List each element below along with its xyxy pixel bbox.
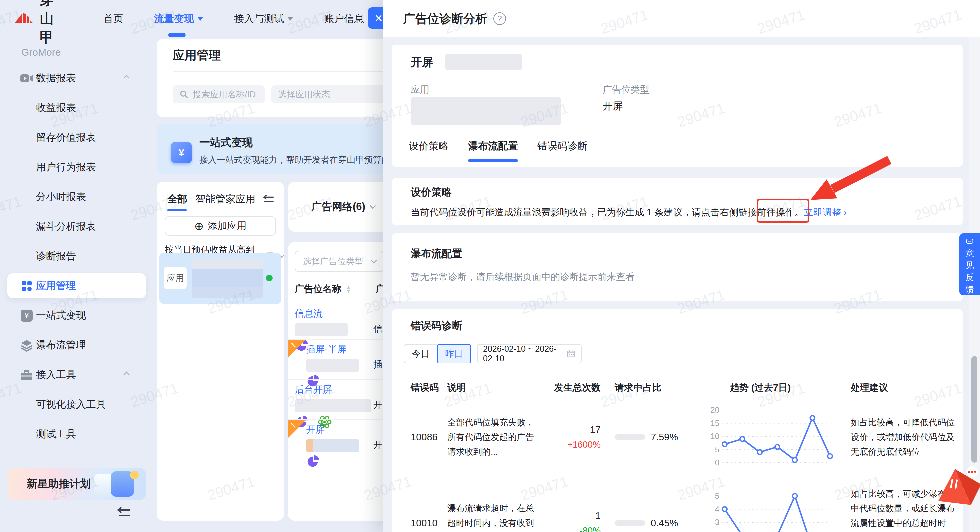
- video-icon: [19, 71, 34, 86]
- yuan-icon: ¥: [19, 308, 34, 323]
- chevron-down-icon: [370, 203, 375, 209]
- tab-all-apps[interactable]: 全部: [167, 192, 187, 206]
- drawer-body: 开屏 应用 广告位类型 开屏 设价策略 瀑布流配置 错误码诊断 设价策略 当前代…: [383, 37, 980, 532]
- sidebar-item-retention-value-report[interactable]: 留存价值报表: [0, 123, 153, 152]
- app-list-panel: 全部 智能管家应用 ⊕ 添加应用 按当日预估收益从高到低 应用: [157, 182, 284, 521]
- sidebar-item-one-stop-monetization[interactable]: ¥ 一站式变现: [0, 301, 153, 330]
- redacted-placement-id: [445, 54, 522, 70]
- scrollbar-thumb[interactable]: [971, 356, 977, 463]
- toolbox-icon: [19, 368, 34, 382]
- svg-text:4: 4: [715, 505, 719, 514]
- plus-circle-icon: ⊕: [194, 220, 204, 232]
- sidebar-item-test-tool[interactable]: 测试工具: [0, 419, 153, 449]
- sidebar-item-data-reports[interactable]: 数据报表: [0, 63, 153, 93]
- app-status-select[interactable]: 选择应用状态: [271, 85, 400, 104]
- page-title: 应用管理: [173, 47, 221, 64]
- tab-active-underline: [167, 209, 187, 211]
- adjust-now-link[interactable]: 立即调整 ›: [803, 207, 847, 217]
- chevron-up-icon[interactable]: [123, 371, 129, 377]
- promo-banner-newstar[interactable]: 新星助推计划: [8, 468, 146, 500]
- app-badge: 应用: [164, 267, 187, 289]
- feedback-button[interactable]: 意见反馈: [959, 233, 980, 295]
- sidebar-group-label: GroMore: [0, 37, 153, 63]
- sidebar-item-visual-integration-tool[interactable]: 可视化接入工具: [0, 390, 153, 419]
- diagnosis-drawer: × 广告位诊断分析 ? 开屏 应用 广告位类型 开屏 设价策略 瀑布流配置 错误…: [383, 0, 980, 532]
- redacted-app-name: [410, 97, 562, 125]
- svg-text:10: 10: [710, 432, 719, 441]
- sidebar-item-user-behavior-report[interactable]: 用户行为报表: [0, 152, 153, 182]
- grid-icon: [19, 279, 34, 293]
- date-toggle-group: 今日 昨日 2026-02-10 ~ 2026-02-10: [404, 344, 582, 363]
- column-sorter-icon[interactable]: ▲▼: [346, 285, 351, 293]
- sidebar-item-integration-tools[interactable]: 接入工具: [0, 360, 153, 390]
- chat-bubble-icon: [964, 239, 976, 245]
- column-header-placement-name[interactable]: 广告位名称 ▲▼: [295, 283, 351, 295]
- layers-icon: [19, 338, 34, 353]
- trend-mini-chart: 05101520: [704, 405, 851, 469]
- calendar-icon: [567, 349, 576, 359]
- nav-account-info[interactable]: 账户信息: [324, 12, 373, 25]
- panel-collapse-icon[interactable]: [262, 194, 275, 206]
- sidebar-item-waterfall-management[interactable]: 瀑布流管理: [0, 330, 153, 360]
- toggle-today[interactable]: 今日: [404, 344, 437, 363]
- toggle-yesterday[interactable]: 昨日: [437, 344, 471, 363]
- sidebar-item-revenue-report[interactable]: 收益报表: [0, 93, 153, 123]
- banner-title: 一站式变现: [199, 135, 253, 150]
- drawer-title: 广告位诊断分析: [403, 11, 487, 27]
- search-input[interactable]: 搜索应用名称/ID: [173, 85, 265, 104]
- promo-illustration: [130, 471, 138, 479]
- help-icon[interactable]: ?: [493, 12, 506, 25]
- tab-pricing-strategy[interactable]: 设价策略: [409, 139, 449, 162]
- placement-name: 开屏: [410, 55, 433, 70]
- app-list-item-selected[interactable]: 应用: [159, 253, 282, 304]
- sidebar-item-hourly-report[interactable]: 分小时报表: [0, 182, 153, 212]
- pie-chart-icon[interactable]: [306, 455, 320, 469]
- pricing-suggestion-text: 当前代码位设价可能造成流量浪费影响收益，已为你生成 1 条建议，请点击右侧链接前…: [410, 206, 847, 219]
- nav-integration-test[interactable]: 接入与测试: [234, 12, 293, 25]
- chevron-up-icon[interactable]: [123, 75, 129, 81]
- svg-text:5: 5: [715, 445, 719, 454]
- sidebar-item-funnel-report[interactable]: 漏斗分析报表: [0, 212, 153, 241]
- sidebar-collapse-icon[interactable]: [117, 506, 131, 521]
- date-range-picker[interactable]: 2026-02-10 ~ 2026-02-10: [477, 344, 582, 363]
- status-dot-green: [266, 275, 273, 281]
- top-nav: 穿山甲 首页 流量变现 接入与测试 账户信息: [0, 0, 383, 37]
- trend-mini-chart: 12345: [704, 491, 851, 532]
- error-table-row[interactable]: 10010 瀑布流请求超时，在总超时时间内，没有收到任何代码位填... 1 -8…: [392, 473, 963, 532]
- red-paper-plane-icon[interactable]: [931, 464, 980, 519]
- sidebar-item-app-management[interactable]: 应用管理: [0, 271, 153, 301]
- redacted-placement-id: [306, 359, 360, 372]
- svg-text:3: 3: [715, 518, 719, 527]
- one-stop-monetization-banner[interactable]: ¥ 一站式变现 接入一站式变现能力，帮助开发者在穿山甲预算的基础上，引入: [157, 124, 400, 174]
- error-table-row[interactable]: 10086 全部代码位填充失败，所有代码位发起的广告请求收到的... 17 +1…: [392, 401, 963, 473]
- tab-error-code-diagnosis[interactable]: 错误码诊断: [537, 139, 587, 162]
- chevron-down-icon: [371, 257, 377, 263]
- error-table-header: 错误码 说明 发生总次数 请求中占比 趋势 (过去7日) 处理建议: [392, 381, 963, 394]
- feedback-label: 意见反馈: [965, 247, 974, 295]
- redacted-placement-id: [295, 399, 371, 412]
- placement-type-select[interactable]: 选择广告位类型: [295, 251, 384, 272]
- waterfall-config-section: 瀑布流配置 暂无异常诊断，请后续根据页面中的诊断提示前来查看: [392, 233, 963, 301]
- share-progress-bar: [615, 520, 645, 526]
- sidebar: GroMore 数据报表 收益报表 留存价值报表 用户行为报表 分小时报表 漏斗…: [0, 37, 153, 532]
- delta-badge: -80%: [580, 526, 601, 532]
- app-label: 应用: [410, 83, 430, 96]
- redacted-placement-id: [295, 323, 348, 336]
- add-app-button[interactable]: ⊕ 添加应用: [165, 216, 276, 236]
- redacted-app-name: [192, 259, 262, 298]
- warning-corner-badge: !: [288, 420, 306, 438]
- svg-text:2: 2: [715, 531, 719, 532]
- banner-description: 接入一站式变现能力，帮助开发者在穿山甲预算的基础上，引入: [199, 154, 400, 166]
- divider: [173, 71, 400, 72]
- nav-items: 首页 流量变现 接入与测试 账户信息: [103, 12, 404, 25]
- nav-active-underline: [168, 33, 186, 37]
- nav-monetization[interactable]: 流量变现: [154, 12, 203, 25]
- svg-text:20: 20: [710, 405, 719, 414]
- redacted-placement-id: [306, 439, 360, 452]
- nav-home[interactable]: 首页: [103, 12, 123, 25]
- section-title: 瀑布流配置: [410, 247, 462, 261]
- drawer-tabs: 设价策略 瀑布流配置 错误码诊断: [409, 139, 607, 162]
- sidebar-item-diagnosis-report[interactable]: 诊断报告: [0, 241, 153, 271]
- tab-smart-apps[interactable]: 智能管家应用: [195, 192, 255, 206]
- tab-waterfall-config[interactable]: 瀑布流配置: [468, 139, 518, 162]
